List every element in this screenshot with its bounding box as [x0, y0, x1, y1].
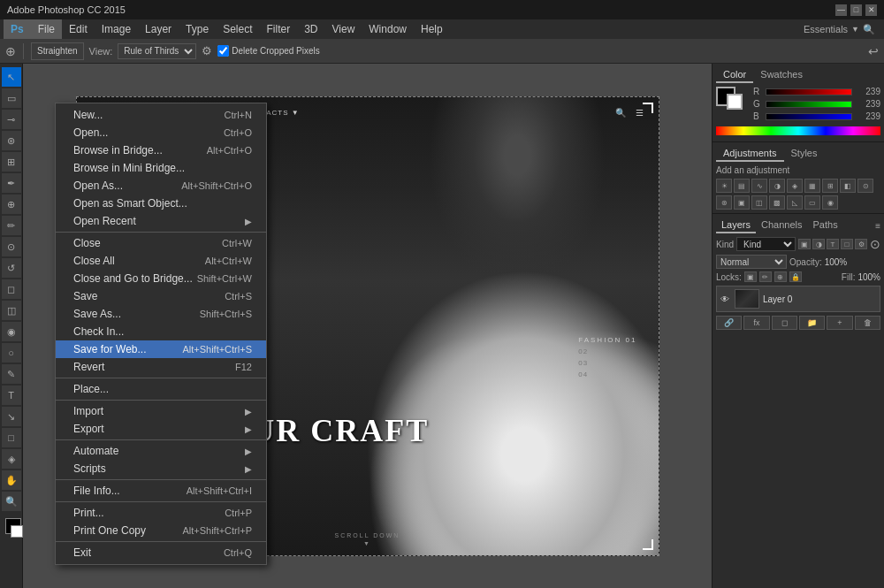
- tool-clone[interactable]: ⊙: [2, 237, 21, 256]
- adj-invert[interactable]: ◫: [751, 195, 767, 210]
- straighten-button[interactable]: Straighten: [31, 42, 84, 60]
- adj-vibrance[interactable]: ◈: [787, 179, 803, 193]
- menu-item-layer[interactable]: Layer: [138, 19, 179, 39]
- bg-color-swatch[interactable]: [727, 94, 743, 110]
- lock-image[interactable]: ✏: [759, 271, 772, 282]
- add-link-btn[interactable]: 🔗: [716, 316, 742, 330]
- menu-item-ps[interactable]: Ps: [4, 19, 31, 39]
- menu-open[interactable]: Open...Ctrl+O: [56, 124, 266, 141]
- menu-file-info[interactable]: File Info...Alt+Shift+Ctrl+I: [56, 482, 266, 500]
- adj-bw[interactable]: ◧: [840, 179, 856, 193]
- filter-shape[interactable]: □: [841, 239, 853, 249]
- menu-close-go-bridge[interactable]: Close and Go to Bridge...Shift+Ctrl+W: [56, 270, 266, 287]
- menu-exit[interactable]: ExitCtrl+Q: [56, 544, 266, 561]
- menu-save-for-web[interactable]: Save for Web...Alt+Shift+Ctrl+S: [56, 340, 266, 358]
- close-button[interactable]: ✕: [865, 4, 877, 16]
- tool-eraser[interactable]: ◻: [2, 279, 21, 299]
- adj-color-balance[interactable]: ⊞: [822, 179, 838, 193]
- menu-save-as[interactable]: Save As...Shift+Ctrl+S: [56, 305, 266, 323]
- tool-crop[interactable]: ⊞: [2, 152, 21, 172]
- b-slider[interactable]: [766, 113, 852, 120]
- filter-pixel[interactable]: ▣: [798, 239, 811, 249]
- adj-color-lookup[interactable]: ▣: [734, 195, 750, 210]
- tab-adjustments[interactable]: Adjustments: [716, 146, 784, 162]
- menu-item-image[interactable]: Image: [95, 19, 138, 39]
- menu-item-view[interactable]: View: [325, 19, 362, 39]
- tool-blur[interactable]: ◉: [2, 322, 21, 341]
- fg-bg-colors[interactable]: [4, 518, 19, 546]
- menu-item-window[interactable]: Window: [362, 19, 414, 39]
- menu-close-all[interactable]: Close AllAlt+Ctrl+W: [56, 252, 266, 270]
- menu-print-one[interactable]: Print One CopyAlt+Shift+Ctrl+P: [56, 522, 266, 539]
- adj-selective-color[interactable]: ◉: [822, 195, 838, 210]
- menu-item-filter[interactable]: Filter: [259, 19, 297, 39]
- tool-pen[interactable]: ✎: [2, 364, 21, 384]
- tool-gradient[interactable]: ◫: [2, 301, 21, 320]
- tool-spot-heal[interactable]: ⊕: [2, 195, 21, 214]
- tool-move[interactable]: ↖: [2, 67, 21, 87]
- menu-browse-mini-bridge[interactable]: Browse in Mini Bridge...: [56, 159, 266, 177]
- menu-export[interactable]: Export▶: [56, 420, 266, 438]
- tool-dodge[interactable]: ○: [2, 343, 21, 363]
- settings-icon[interactable]: ⚙: [202, 44, 212, 57]
- lock-transparent[interactable]: ▣: [744, 271, 757, 282]
- tool-brush[interactable]: ✏: [2, 216, 21, 235]
- menu-browse-bridge[interactable]: Browse in Bridge...Alt+Ctrl+O: [56, 141, 266, 159]
- menu-automate[interactable]: Automate▶: [56, 442, 266, 460]
- adj-photo-filter[interactable]: ⊙: [857, 179, 873, 193]
- tool-lasso[interactable]: ⊸: [2, 110, 21, 129]
- delete-cropped-checkbox[interactable]: [217, 45, 229, 57]
- create-group-btn[interactable]: 📁: [799, 316, 825, 330]
- r-slider[interactable]: [766, 88, 852, 95]
- maximize-button[interactable]: □: [850, 4, 862, 16]
- lock-position[interactable]: ⊕: [774, 271, 787, 282]
- filter-smart[interactable]: ⚙: [855, 239, 867, 249]
- adj-gradient-map[interactable]: ▭: [804, 195, 820, 210]
- menu-item-help[interactable]: Help: [414, 19, 450, 39]
- adj-channel-mixer[interactable]: ⊛: [716, 195, 732, 210]
- delete-layer-btn[interactable]: 🗑: [855, 316, 880, 330]
- layers-panel-menu-icon[interactable]: ≡: [875, 221, 880, 231]
- delete-cropped-check[interactable]: Delete Cropped Pixels: [217, 45, 320, 57]
- tab-color[interactable]: Color: [716, 67, 753, 83]
- kind-filter-dropdown[interactable]: Kind: [736, 237, 796, 251]
- tool-select-rect[interactable]: ▭: [2, 88, 21, 108]
- layer-item-0[interactable]: 👁 Layer 0: [716, 286, 880, 312]
- filter-toggle[interactable]: ⊙: [870, 237, 880, 251]
- adj-curves[interactable]: ∿: [751, 179, 767, 193]
- undo-icon[interactable]: ↩: [868, 44, 879, 58]
- adj-hsl[interactable]: ▦: [804, 179, 820, 193]
- color-spectrum[interactable]: [716, 126, 880, 135]
- g-slider[interactable]: [766, 101, 852, 108]
- menu-scripts[interactable]: Scripts▶: [56, 460, 266, 477]
- layer-visibility-toggle[interactable]: 👁: [719, 293, 731, 305]
- adj-exposure[interactable]: ◑: [769, 179, 785, 193]
- add-mask-btn[interactable]: ◻: [772, 316, 797, 330]
- tool-eyedropper[interactable]: ✒: [2, 173, 21, 193]
- menu-item-3d[interactable]: 3D: [297, 19, 324, 39]
- workspace-dropdown-icon[interactable]: ▼: [851, 25, 859, 34]
- menu-check-in[interactable]: Check In...: [56, 323, 266, 340]
- tool-quick-select[interactable]: ⊛: [2, 131, 21, 150]
- tool-shape[interactable]: □: [2, 428, 21, 447]
- menu-item-file[interactable]: File: [31, 19, 62, 39]
- menu-open-as[interactable]: Open As...Alt+Shift+Ctrl+O: [56, 177, 266, 195]
- adj-threshold[interactable]: ◺: [787, 195, 803, 210]
- adj-levels[interactable]: ▤: [734, 179, 750, 193]
- blending-mode-dropdown[interactable]: Normal: [716, 255, 787, 269]
- adj-brightness[interactable]: ☀: [716, 179, 732, 193]
- minimize-button[interactable]: —: [835, 4, 847, 16]
- menu-open-smart[interactable]: Open as Smart Object...: [56, 195, 266, 212]
- view-dropdown[interactable]: Rule of Thirds: [118, 43, 196, 59]
- menu-item-type[interactable]: Type: [179, 19, 216, 39]
- filter-adj[interactable]: ◑: [812, 239, 825, 249]
- tool-history-brush[interactable]: ↺: [2, 258, 21, 278]
- menu-save[interactable]: SaveCtrl+S: [56, 287, 266, 305]
- search-icon[interactable]: 🔍: [863, 24, 875, 35]
- menu-item-select[interactable]: Select: [216, 19, 259, 39]
- new-layer-btn[interactable]: +: [827, 316, 852, 330]
- tab-paths[interactable]: Paths: [808, 218, 843, 233]
- filter-type[interactable]: T: [827, 239, 839, 249]
- tool-text[interactable]: T: [2, 386, 21, 405]
- tool-hand[interactable]: ✋: [2, 470, 21, 490]
